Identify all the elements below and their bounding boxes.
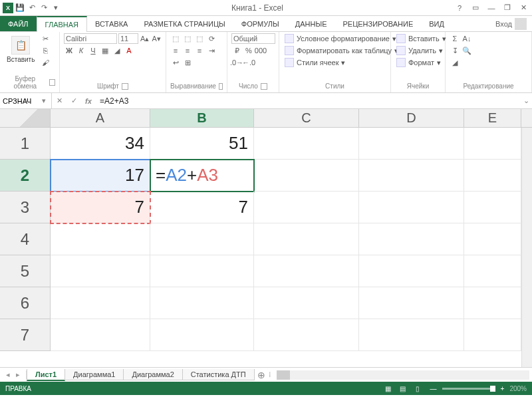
percent-icon[interactable]: % xyxy=(243,45,254,56)
cell-styles-button[interactable]: Стили ячеек▾ xyxy=(283,57,400,68)
italic-button[interactable]: К xyxy=(76,45,86,56)
row-header-5[interactable]: 5 xyxy=(0,255,51,287)
row-header-1[interactable]: 1 xyxy=(0,128,51,160)
copy-icon[interactable]: ⎘ xyxy=(40,45,51,56)
delete-cells-button[interactable]: Удалить▾ xyxy=(395,45,448,56)
fill-color-icon[interactable]: ◢ xyxy=(112,45,122,56)
cut-icon[interactable]: ✂ xyxy=(40,33,51,44)
number-format-select[interactable] xyxy=(231,33,275,44)
undo-icon[interactable]: ↶ xyxy=(27,3,37,13)
view-normal-icon[interactable]: ▦ xyxy=(382,384,395,393)
align-right-icon[interactable]: ≡ xyxy=(194,45,205,56)
col-header-b[interactable]: B xyxy=(150,109,254,127)
zoom-level[interactable]: 200% xyxy=(509,385,527,392)
cell-b7[interactable] xyxy=(150,319,254,351)
cell-a7[interactable] xyxy=(51,319,150,351)
paste-button[interactable]: 📋 Вставить xyxy=(4,33,37,66)
tab-file[interactable]: ФАЙЛ xyxy=(0,16,37,31)
formula-input[interactable]: =A2+A3 xyxy=(96,96,520,106)
cell-c6[interactable] xyxy=(254,287,359,319)
align-top-icon[interactable]: ⬚ xyxy=(170,33,181,44)
cell-b6[interactable] xyxy=(150,287,254,319)
cell-e6[interactable] xyxy=(464,287,521,319)
sheet-nav-arrows[interactable]: ◂▸ xyxy=(0,370,27,379)
row-header-7[interactable]: 7 xyxy=(0,319,51,351)
autosum-icon[interactable]: Σ xyxy=(450,33,460,44)
conditional-formatting-button[interactable]: Условное форматирование▾ xyxy=(283,33,400,44)
zoom-thumb[interactable] xyxy=(490,386,495,392)
font-family-select[interactable] xyxy=(64,33,117,44)
hscroll-thumb[interactable] xyxy=(277,370,290,380)
currency-icon[interactable]: ₽ xyxy=(231,45,242,56)
enter-formula-icon[interactable]: ✓ xyxy=(66,93,81,108)
sheet-tab-3[interactable]: Статистика ДТП xyxy=(182,369,255,380)
row-header-3[interactable]: 3 xyxy=(0,192,51,223)
insert-function-icon[interactable]: fx xyxy=(81,93,96,108)
row-header-4[interactable]: 4 xyxy=(0,223,51,255)
tab-home[interactable]: ГЛАВНАЯ xyxy=(37,16,87,32)
formula-bar-expand-icon[interactable]: ⌄ xyxy=(520,96,532,105)
cell-d7[interactable] xyxy=(359,319,464,351)
cell-c2[interactable] xyxy=(254,160,359,192)
cell-b5[interactable] xyxy=(150,255,254,287)
decrease-decimal-icon[interactable]: ←.0 xyxy=(243,57,254,68)
col-header-d[interactable]: D xyxy=(359,109,464,127)
clear-icon[interactable]: ◢ xyxy=(450,57,460,68)
col-header-c[interactable]: C xyxy=(254,109,359,127)
tab-view[interactable]: ВИД xyxy=(421,16,452,31)
cell-d3[interactable] xyxy=(359,192,464,223)
align-center-icon[interactable]: ≡ xyxy=(182,45,193,56)
insert-cells-button[interactable]: Вставить▾ xyxy=(395,33,448,44)
cell-a2[interactable]: 17 xyxy=(51,160,150,192)
borders-icon[interactable]: ▦ xyxy=(100,45,110,56)
comma-icon[interactable]: 000 xyxy=(255,45,266,56)
align-bottom-icon[interactable]: ⬚ xyxy=(194,33,205,44)
cell-d2[interactable] xyxy=(359,160,464,192)
find-select-icon[interactable]: 🔍 xyxy=(462,45,472,56)
cell-d6[interactable] xyxy=(359,287,464,319)
cell-d1[interactable] xyxy=(359,128,464,160)
merge-icon[interactable]: ⊞ xyxy=(182,57,193,68)
cell-b1[interactable]: 51 xyxy=(150,128,254,160)
cell-e2[interactable] xyxy=(464,160,521,192)
tab-data[interactable]: ДАННЫЕ xyxy=(287,16,335,31)
indent-icon[interactable]: ⇥ xyxy=(206,45,217,56)
format-as-table-button[interactable]: Форматировать как таблицу▾ xyxy=(283,45,400,56)
increase-decimal-icon[interactable]: .0→ xyxy=(231,57,242,68)
add-sheet-button[interactable]: ⊕ xyxy=(254,370,269,380)
row-header-6[interactable]: 6 xyxy=(0,287,51,319)
sheet-tab-1[interactable]: Диаграмма1 xyxy=(65,369,124,380)
help-icon[interactable]: ? xyxy=(454,2,466,14)
sheet-tab-2[interactable]: Диаграмма2 xyxy=(123,369,182,380)
cell-d4[interactable] xyxy=(359,223,464,255)
font-size-select[interactable] xyxy=(118,33,138,44)
shrink-font-icon[interactable]: A▾ xyxy=(152,33,162,44)
cell-c4[interactable] xyxy=(254,223,359,255)
cell-a4[interactable] xyxy=(51,223,150,255)
fill-icon[interactable]: ↧ xyxy=(450,45,460,56)
tab-page-layout[interactable]: РАЗМЕТКА СТРАНИЦЫ xyxy=(136,16,233,31)
col-header-e[interactable]: E xyxy=(464,109,521,127)
zoom-in-button[interactable]: + xyxy=(501,385,505,392)
tab-insert[interactable]: ВСТАВКА xyxy=(87,16,136,31)
tab-review[interactable]: РЕЦЕНЗИРОВАНИЕ xyxy=(334,16,421,31)
cell-a1[interactable]: 34 xyxy=(51,128,150,160)
vertical-scrollbar[interactable] xyxy=(521,128,532,367)
cell-c7[interactable] xyxy=(254,319,359,351)
clipboard-dialog-launcher[interactable] xyxy=(49,79,55,86)
cancel-formula-icon[interactable]: ✕ xyxy=(52,93,66,108)
alignment-dialog-launcher[interactable] xyxy=(219,83,223,90)
row-header-2[interactable]: 2 xyxy=(0,160,51,192)
orientation-icon[interactable]: ⟳ xyxy=(206,33,217,44)
zoom-slider[interactable] xyxy=(442,388,495,390)
select-all-corner[interactable] xyxy=(0,109,51,127)
sheet-tab-0[interactable]: Лист1 xyxy=(27,369,65,381)
cell-e3[interactable] xyxy=(464,192,521,223)
grow-font-icon[interactable]: A▴ xyxy=(140,33,150,44)
cell-e7[interactable] xyxy=(464,319,521,351)
zoom-out-button[interactable]: — xyxy=(430,385,437,392)
restore-button[interactable]: ❐ xyxy=(501,2,513,14)
name-box-input[interactable] xyxy=(3,97,39,105)
font-dialog-launcher[interactable] xyxy=(122,83,128,90)
account-login[interactable]: Вход xyxy=(490,16,532,31)
